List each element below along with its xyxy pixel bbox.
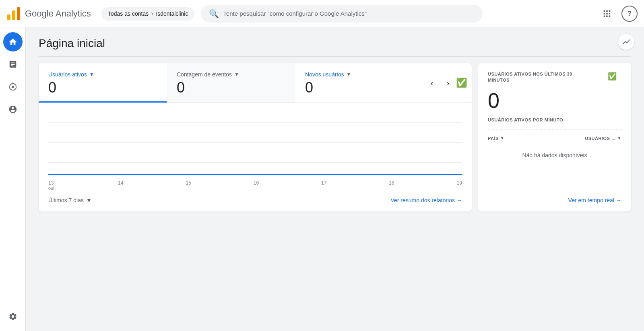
realtime-check-icon: ✅ [608, 72, 617, 81]
prev-arrow[interactable]: ‹ [424, 75, 440, 91]
page-title: Página inicial [39, 37, 631, 50]
svg-rect-3 [604, 10, 605, 12]
svg-rect-2 [17, 7, 20, 20]
chart-labels: 13 out. 14 15 16 17 18 19 [48, 180, 462, 191]
realtime-header: USUÁRIOS ATIVOS NOS ÚLTIMOS 30 MINUTOS ✅ [488, 71, 621, 84]
sidebar-item-advertising[interactable] [3, 100, 23, 119]
metric-tab-label-2: Contagem de eventos ▼ [177, 71, 286, 78]
chart-label-4: 16 [254, 180, 259, 191]
chart-svg [48, 106, 462, 179]
col-users[interactable]: USUÁRIOS ... ▼ [585, 136, 621, 141]
trend-icon-button[interactable] [618, 34, 634, 50]
sidebar-bottom [3, 307, 23, 326]
metric-tab-new-users[interactable]: Novos usuários ▼ 0 [295, 63, 424, 103]
metric-value-3: 0 [305, 79, 414, 96]
metric-tab-event-count[interactable]: Contagem de eventos ▼ 0 [167, 63, 295, 103]
chart-area: 13 out. 14 15 16 17 18 19 [39, 106, 472, 191]
breadcrumb-all: Todas as contas [108, 10, 149, 17]
chevron-down-icon-date: ▼ [86, 197, 92, 204]
chart-label-2: 14 [118, 180, 123, 191]
realtime-value: 0 [488, 90, 621, 111]
logo-icon [6, 6, 21, 21]
arrow-right-icon: → [456, 197, 462, 204]
sidebar-item-home[interactable] [3, 32, 23, 51]
breadcrumb[interactable]: Todas as contas › rsdentalclinic [101, 7, 194, 21]
help-icon[interactable]: ? [621, 6, 638, 22]
sidebar [0, 27, 26, 331]
realtime-divider [488, 129, 621, 130]
svg-rect-5 [609, 10, 611, 12]
realtime-subtitle: USUÁRIOS ATIVOS POR MINUTO [488, 117, 621, 122]
logo-area: Google Analytics [6, 6, 95, 21]
chevron-down-icon-country: ▼ [500, 136, 504, 140]
svg-rect-6 [604, 13, 605, 14]
chevron-down-icon-1: ▼ [89, 72, 94, 77]
chart-label-1: 13 out. [48, 180, 56, 191]
main-content: Página inicial Usuários ativos ▼ 0 Conta… [26, 27, 644, 331]
nav-icons: ? [599, 6, 638, 22]
sidebar-item-settings[interactable] [3, 307, 23, 326]
no-data-message: Não há dados disponíveis [488, 152, 621, 158]
svg-rect-9 [604, 15, 605, 17]
chart-label-3: 15 [186, 180, 191, 191]
breadcrumb-account: rsdentalclinic [156, 10, 188, 17]
next-arrow[interactable]: › [440, 75, 456, 91]
chart-lines [48, 106, 462, 179]
metric-tab-label-1: Usuários ativos ▼ [48, 71, 157, 78]
app-title: Google Analytics [25, 8, 91, 19]
svg-rect-10 [606, 15, 608, 17]
search-bar[interactable]: 🔍 Tente pesquisar "como configurar o Goo… [201, 5, 483, 23]
svg-rect-8 [609, 13, 611, 14]
search-hint: Tente pesquisar "como configurar o Googl… [223, 10, 367, 17]
realtime-card: USUÁRIOS ATIVOS NOS ÚLTIMOS 30 MINUTOS ✅… [478, 63, 631, 212]
realtime-table-header: PAÍS ▼ USUÁRIOS ... ▼ [488, 136, 621, 141]
card-footer: Últimos 7 dias ▼ Ver resumo dos relatóri… [39, 191, 472, 204]
svg-point-13 [12, 86, 14, 88]
svg-rect-1 [12, 10, 15, 20]
chevron-down-icon-3: ▼ [347, 72, 351, 77]
metric-tab-label-3: Novos usuários ▼ [305, 71, 414, 78]
divider [39, 56, 631, 57]
metric-tab-active-users[interactable]: Usuários ativos ▼ 0 [39, 63, 167, 103]
check-icon: ✅ [456, 78, 467, 88]
sidebar-item-explore[interactable] [3, 77, 23, 97]
svg-rect-4 [606, 10, 608, 12]
search-icon: 🔍 [209, 9, 219, 19]
metric-value-1: 0 [48, 79, 157, 96]
cards-row: Usuários ativos ▼ 0 Contagem de eventos … [39, 63, 631, 212]
svg-rect-7 [606, 13, 608, 14]
apps-icon[interactable] [599, 6, 615, 22]
date-filter[interactable]: Últimos 7 dias ▼ [48, 197, 92, 204]
col-country[interactable]: PAÍS ▼ [488, 136, 504, 141]
main-card: Usuários ativos ▼ 0 Contagem de eventos … [39, 63, 472, 212]
nav-arrows: ‹ › ✅ [424, 63, 472, 103]
realtime-title: USUÁRIOS ATIVOS NOS ÚLTIMOS 30 MINUTOS [488, 71, 592, 84]
svg-rect-0 [7, 14, 10, 20]
chevron-down-icon-users: ▼ [617, 136, 621, 140]
metric-value-2: 0 [177, 79, 286, 96]
breadcrumb-separator: › [151, 10, 153, 17]
chart-label-7: 19 [457, 180, 462, 191]
chart-label-5: 17 [321, 180, 326, 191]
chevron-down-icon-2: ▼ [234, 72, 239, 77]
metric-tabs: Usuários ativos ▼ 0 Contagem de eventos … [39, 63, 472, 103]
chart-label-6: 18 [389, 180, 394, 191]
arrow-right-icon-rt: → [616, 197, 621, 204]
view-realtime-link[interactable]: Ver em tempo real → [568, 197, 621, 204]
top-navigation: Google Analytics Todas as contas › rsden… [0, 0, 644, 27]
sidebar-item-reports[interactable] [3, 55, 23, 74]
realtime-footer: Ver em tempo real → [488, 197, 621, 204]
view-reports-link[interactable]: Ver resumo dos relatórios → [390, 197, 462, 204]
date-filter-label: Últimos 7 dias [48, 197, 84, 204]
svg-rect-11 [609, 15, 611, 17]
